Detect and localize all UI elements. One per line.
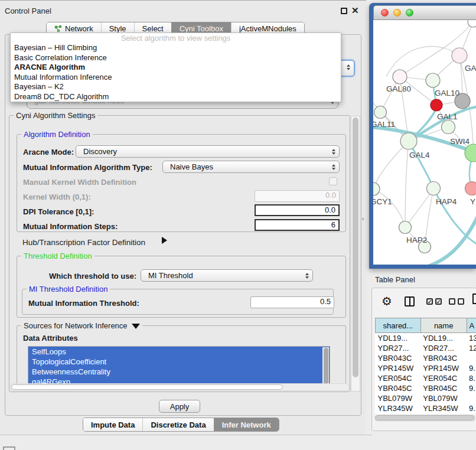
unchecked-checkbox-icon[interactable] <box>449 298 455 305</box>
node-gal80[interactable] <box>393 70 407 84</box>
table-row[interactable]: YBR043CYBR043C <box>376 353 476 363</box>
scrollbar-thumb[interactable] <box>353 118 358 377</box>
node-hap2[interactable] <box>399 221 412 234</box>
node-swi4[interactable] <box>442 120 455 134</box>
scrollbar-thumb[interactable] <box>324 348 328 384</box>
node-red[interactable] <box>431 99 442 111</box>
node-pink[interactable] <box>452 48 467 63</box>
node-gal10[interactable] <box>426 73 440 87</box>
mi-type-select[interactable]: Naive Bayes <box>162 161 340 173</box>
tab-discretize-data[interactable]: Discretize Data <box>142 418 213 431</box>
settings-horizontal-scrollbar[interactable] <box>10 383 350 391</box>
table-row[interactable]: YBL079WYBL079W <box>376 393 476 403</box>
table-row[interactable]: YER054CYER054C8. <box>376 373 476 383</box>
cell[interactable]: YLR345W <box>420 403 467 413</box>
sources-toggle[interactable]: Sources for Network Inference <box>21 321 142 330</box>
network-window-titlebar[interactable] <box>373 5 476 20</box>
kernel-width-field[interactable]: 0.0 <box>255 190 340 202</box>
table-row[interactable]: YDL19...YDL19...13 <box>376 333 476 343</box>
network-view-window: GAL GAL80 GAL10 GAL1 GAL11 SWI4 GAL4 GCY… <box>369 3 476 269</box>
node-partial[interactable] <box>468 20 476 27</box>
mi-steps-field[interactable]: 6 <box>255 219 340 231</box>
cell[interactable]: YBR043C <box>376 353 421 363</box>
cell[interactable]: YER054C <box>420 373 467 383</box>
node-hap4[interactable] <box>427 182 441 195</box>
node-gal4[interactable] <box>400 133 417 149</box>
cell[interactable]: YPR145W <box>376 363 421 373</box>
list-item[interactable]: SelfLoops <box>28 347 330 357</box>
cell[interactable]: YPR145W <box>420 363 467 373</box>
cell[interactable]: YDR27... <box>420 343 467 353</box>
cell[interactable]: 9. <box>467 383 476 393</box>
minimize-traffic-icon[interactable] <box>393 9 401 17</box>
dropdown-item[interactable]: Dream8 DC_TDC Algorithm <box>11 92 341 102</box>
network-canvas[interactable]: GAL GAL80 GAL10 GAL1 GAL11 SWI4 GAL4 GCY… <box>373 20 476 265</box>
float-window-icon[interactable] <box>341 8 347 14</box>
which-threshold-select[interactable]: MI Threshold <box>141 269 313 282</box>
tab-impute-data[interactable]: Impute Data <box>83 418 142 431</box>
cell[interactable]: YER054C <box>376 373 421 383</box>
apply-button[interactable]: Apply <box>159 400 200 413</box>
cell[interactable]: YDR27... <box>376 343 421 353</box>
dpi-tolerance-field[interactable]: 0.0 <box>255 204 340 216</box>
cell[interactable]: YBR045C <box>420 383 467 393</box>
checked-checkbox-icon[interactable]: ✓ <box>426 298 433 305</box>
table-row[interactable]: YPR145WYPR145W9. <box>376 363 476 373</box>
zoom-traffic-icon[interactable] <box>406 9 413 17</box>
cell[interactable] <box>467 393 476 403</box>
dropdown-item-selected[interactable]: ARACNE Algorithm <box>11 63 341 73</box>
group-title: Cyni Algorithm Settings <box>14 111 97 120</box>
scrollbar-thumb[interactable] <box>11 384 283 390</box>
list-item[interactable]: BetweennessCentrality <box>28 367 330 377</box>
node-gal11[interactable] <box>374 106 387 119</box>
table-horizontal-scrollbar[interactable] <box>374 415 476 422</box>
cell[interactable]: YBL079W <box>376 393 421 403</box>
cell[interactable]: 8. <box>467 373 476 383</box>
partial-toolbar-button[interactable] <box>3 446 15 450</box>
mi-threshold-field[interactable]: 0.5 <box>250 296 334 308</box>
chevron-right-icon[interactable] <box>162 237 167 244</box>
cell[interactable]: YBR045C <box>376 383 421 393</box>
table-row[interactable]: YLR345WYLR345W9. <box>376 403 476 413</box>
dropdown-item[interactable]: Bayesian – K2 <box>11 82 341 92</box>
list-item[interactable]: TopologicalCoefficient <box>28 357 330 367</box>
cell[interactable] <box>467 353 476 363</box>
column-header-shared-name[interactable]: shared... <box>376 318 421 333</box>
node-green[interactable] <box>465 144 476 162</box>
settings-vertical-scrollbar[interactable] <box>351 116 360 392</box>
cell[interactable]: YBR043C <box>420 353 467 363</box>
node-label: GCY1 <box>373 197 392 206</box>
node-gcy1[interactable] <box>373 182 380 195</box>
close-traffic-icon[interactable] <box>381 9 389 17</box>
table-row[interactable]: YDR27...YDR27...12 <box>376 343 476 353</box>
data-attributes-list[interactable]: SelfLoops TopologicalCoefficient Between… <box>28 346 330 386</box>
dropdown-item[interactable]: Basic Correlation Inference <box>11 53 341 63</box>
column-header-name[interactable]: name <box>420 318 467 333</box>
close-icon[interactable]: ✕ <box>351 5 359 16</box>
checked-checkbox-icon[interactable]: ✓ <box>435 298 442 305</box>
cell[interactable]: YBL079W <box>420 393 467 403</box>
manual-kernel-checkbox[interactable] <box>329 177 337 185</box>
aracne-mode-select[interactable]: Discovery <box>76 145 340 158</box>
cell[interactable]: YDL19... <box>376 333 421 343</box>
node-salmon[interactable] <box>465 182 476 195</box>
unchecked-checkbox-icon[interactable] <box>458 298 464 305</box>
hub-definition-toggle[interactable]: Hub/Transcription Factor Definition <box>22 238 145 247</box>
list-scrollbar[interactable] <box>322 347 329 386</box>
panel-collapse-handle[interactable]: ‹ <box>362 216 364 222</box>
cell[interactable]: 9. <box>467 403 476 413</box>
dropdown-item[interactable]: Bayesian – Hill Climbing <box>11 43 341 53</box>
cell[interactable]: 9. <box>467 363 476 373</box>
columns-icon[interactable] <box>405 296 415 306</box>
scrollbar-thumb[interactable] <box>375 415 474 420</box>
cell[interactable]: YDL19... <box>420 333 467 343</box>
cell[interactable]: 12 <box>467 343 476 353</box>
column-header-partial[interactable]: A <box>467 318 476 333</box>
dropdown-item[interactable]: Mutual Information Inference <box>11 73 341 83</box>
cell[interactable]: 13 <box>467 333 476 343</box>
gear-icon[interactable]: ⚙ <box>382 294 392 308</box>
document-icon[interactable] <box>472 294 476 304</box>
tab-infer-network[interactable]: Infer Network <box>214 418 279 431</box>
table-row[interactable]: YBR045CYBR045C9. <box>376 383 476 393</box>
cell[interactable]: YLR345W <box>376 403 421 413</box>
